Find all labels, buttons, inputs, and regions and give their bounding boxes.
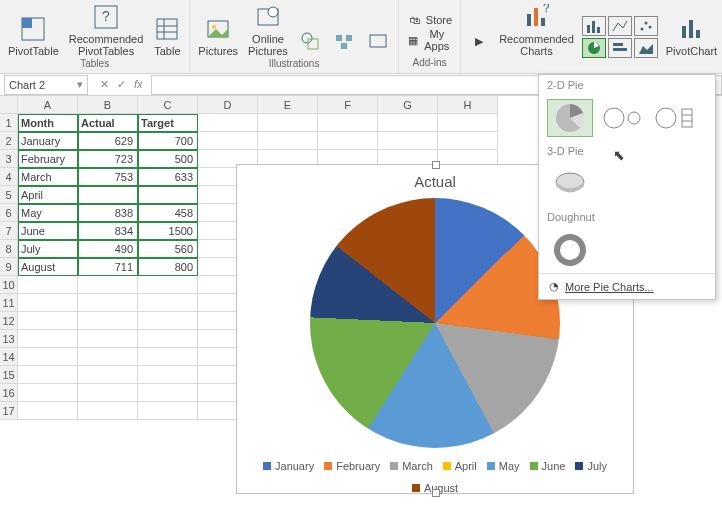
cell-A4[interactable]: March (18, 168, 78, 186)
shapes-button[interactable] (296, 26, 324, 58)
chart-bar-button[interactable] (582, 16, 606, 36)
cell-B10[interactable] (78, 276, 138, 294)
cell-B13[interactable] (78, 330, 138, 348)
cell-A15[interactable] (18, 366, 78, 384)
cell-C13[interactable] (138, 330, 198, 348)
cell-B7[interactable]: 834 (78, 222, 138, 240)
bar-of-pie-option[interactable] (651, 99, 697, 137)
cell-D1[interactable] (198, 114, 258, 132)
cell-A6[interactable]: May (18, 204, 78, 222)
row-header-6[interactable]: 6 (0, 204, 18, 222)
row-header-7[interactable]: 7 (0, 222, 18, 240)
col-header-B[interactable]: B (78, 96, 138, 114)
store-button[interactable]: 🛍Store (405, 11, 454, 29)
col-header-E[interactable]: E (258, 96, 318, 114)
pivottable-button[interactable]: PivotTable (6, 14, 61, 58)
select-all-corner[interactable] (0, 96, 18, 114)
chart-scatter-button[interactable] (634, 16, 658, 36)
cell-A5[interactable]: April (18, 186, 78, 204)
row-header-11[interactable]: 11 (0, 294, 18, 312)
bing-maps-button[interactable]: ▶ (467, 26, 491, 58)
row-header-16[interactable]: 16 (0, 384, 18, 402)
pie-2d-option[interactable]: ⬉ (547, 99, 593, 137)
cell-G1[interactable] (378, 114, 438, 132)
cell-C7[interactable]: 1500 (138, 222, 198, 240)
cell-A17[interactable] (18, 402, 78, 420)
col-header-G[interactable]: G (378, 96, 438, 114)
pie-of-pie-option[interactable] (599, 99, 645, 137)
cell-B17[interactable] (78, 402, 138, 420)
cell-B6[interactable]: 838 (78, 204, 138, 222)
row-header-9[interactable]: 9 (0, 258, 18, 276)
cell-C6[interactable]: 458 (138, 204, 198, 222)
cell-C9[interactable]: 800 (138, 258, 198, 276)
cell-A7[interactable]: June (18, 222, 78, 240)
cell-E1[interactable] (258, 114, 318, 132)
cell-D2[interactable] (198, 132, 258, 150)
row-header-8[interactable]: 8 (0, 240, 18, 258)
doughnut-option[interactable] (547, 231, 593, 269)
cell-A1[interactable]: Month (18, 114, 78, 132)
cell-A16[interactable] (18, 384, 78, 402)
chart-pie-button[interactable] (582, 38, 606, 58)
row-header-15[interactable]: 15 (0, 366, 18, 384)
cell-B4[interactable]: 753 (78, 168, 138, 186)
online-pictures-button[interactable]: Online Pictures (246, 2, 290, 58)
cell-A3[interactable]: February (18, 150, 78, 168)
cell-C14[interactable] (138, 348, 198, 366)
cell-G2[interactable] (378, 132, 438, 150)
cell-F1[interactable] (318, 114, 378, 132)
cell-C12[interactable] (138, 312, 198, 330)
cell-A10[interactable] (18, 276, 78, 294)
col-header-H[interactable]: H (438, 96, 498, 114)
pie-3d-option[interactable] (547, 165, 593, 203)
cell-C5[interactable] (138, 186, 198, 204)
fx-icon[interactable]: fx (134, 78, 143, 91)
cell-A13[interactable] (18, 330, 78, 348)
row-header-4[interactable]: 4 (0, 168, 18, 186)
row-header-1[interactable]: 1 (0, 114, 18, 132)
cell-B15[interactable] (78, 366, 138, 384)
pie-chart[interactable] (310, 198, 560, 448)
cell-B3[interactable]: 723 (78, 150, 138, 168)
screenshot-button[interactable] (364, 26, 392, 58)
cell-A11[interactable] (18, 294, 78, 312)
cell-C3[interactable]: 500 (138, 150, 198, 168)
row-header-14[interactable]: 14 (0, 348, 18, 366)
table-button[interactable]: Table (151, 14, 183, 58)
cell-B16[interactable] (78, 384, 138, 402)
cell-B2[interactable]: 629 (78, 132, 138, 150)
cell-B8[interactable]: 490 (78, 240, 138, 258)
myapps-button[interactable]: ▦My Apps (405, 31, 454, 49)
row-header-17[interactable]: 17 (0, 402, 18, 420)
cell-A9[interactable]: August (18, 258, 78, 276)
cell-C8[interactable]: 560 (138, 240, 198, 258)
cell-A14[interactable] (18, 348, 78, 366)
cell-A2[interactable]: January (18, 132, 78, 150)
cell-A12[interactable] (18, 312, 78, 330)
chart-line-button[interactable] (608, 16, 632, 36)
cell-B1[interactable]: Actual (78, 114, 138, 132)
pictures-button[interactable]: Pictures (196, 14, 240, 58)
col-header-F[interactable]: F (318, 96, 378, 114)
recommended-pivottables-button[interactable]: ?Recommended PivotTables (67, 2, 146, 58)
row-header-5[interactable]: 5 (0, 186, 18, 204)
pivotchart-button[interactable]: PivotChart (664, 14, 719, 58)
chart-area-button[interactable] (634, 38, 658, 58)
col-header-C[interactable]: C (138, 96, 198, 114)
col-header-D[interactable]: D (198, 96, 258, 114)
cell-C4[interactable]: 633 (138, 168, 198, 186)
cell-B12[interactable] (78, 312, 138, 330)
col-header-A[interactable]: A (18, 96, 78, 114)
cell-H2[interactable] (438, 132, 498, 150)
cell-E2[interactable] (258, 132, 318, 150)
row-header-13[interactable]: 13 (0, 330, 18, 348)
cell-C16[interactable] (138, 384, 198, 402)
cell-B14[interactable] (78, 348, 138, 366)
name-box[interactable]: Chart 2▾ (4, 75, 88, 95)
cell-C17[interactable] (138, 402, 198, 420)
cell-H1[interactable] (438, 114, 498, 132)
chart-hbar-button[interactable] (608, 38, 632, 58)
row-header-10[interactable]: 10 (0, 276, 18, 294)
cell-B11[interactable] (78, 294, 138, 312)
